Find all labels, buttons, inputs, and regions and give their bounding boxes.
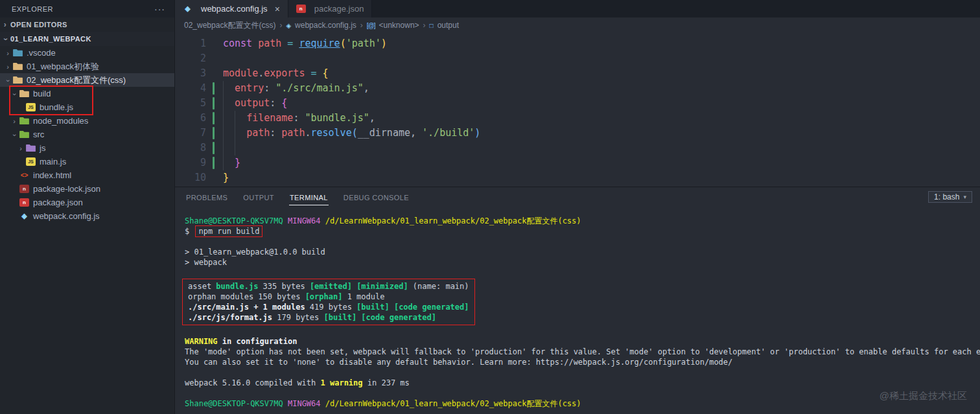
- tree-item-label: bundle.js: [40, 102, 73, 112]
- breadcrumb-item-symbol[interactable]: output: [438, 21, 459, 30]
- chevron-right-icon: ›: [9, 117, 19, 125]
- code-text: path: path.resolve(__dirname, './build'): [223, 126, 480, 141]
- tree-item-label: .vscode: [27, 48, 56, 58]
- code-line[interactable]: 10}: [175, 170, 980, 185]
- terminal-line: ./src/js/format.js 179 bytes [built] [co…: [188, 312, 469, 323]
- chevron-down-icon: ▾: [963, 194, 966, 200]
- tab-webpack-config-js[interactable]: ◈ webpack.config.js ×: [175, 0, 288, 17]
- close-icon[interactable]: ×: [275, 4, 280, 14]
- shell-selector-label: 1: bash: [934, 192, 959, 201]
- tab-label: package.json: [314, 4, 364, 14]
- breadcrumb-item-symbol[interactable]: <unknown>: [379, 21, 419, 30]
- tab-bar: ◈ webpack.config.js × n package.json: [175, 0, 980, 17]
- indent-guide: [223, 126, 235, 141]
- tree-item[interactable]: ›02_webpack配置文件(css): [0, 73, 174, 87]
- terminal-line: [185, 326, 980, 336]
- terminal-line: asset bundle.js 335 bytes [emitted] [min…: [188, 281, 469, 292]
- code-text: output: {: [223, 96, 287, 111]
- webpack-file-icon: ◈: [19, 212, 29, 220]
- tree-item[interactable]: ›build: [0, 87, 174, 100]
- tree-item[interactable]: <>index.html: [0, 168, 174, 182]
- tree-item[interactable]: ›src: [0, 128, 174, 141]
- folder-icon: [19, 89, 29, 98]
- tree-item[interactable]: ›node_modules: [0, 114, 174, 128]
- git-modified-indicator: [206, 96, 223, 111]
- tree-item[interactable]: ◈webpack.config.js: [0, 209, 174, 223]
- tree-item[interactable]: npackage-lock.json: [0, 182, 174, 196]
- breadcrumb: 02_webpack配置文件(css) › ◈ webpack.config.j…: [175, 17, 980, 33]
- folder-icon: [13, 62, 23, 71]
- tree-item[interactable]: JSmain.js: [0, 155, 174, 168]
- line-number: 8: [175, 141, 206, 155]
- line-number: 6: [175, 111, 206, 126]
- code-line[interactable]: 4 entry: "./src/main.js",: [175, 81, 980, 96]
- chevron-right-icon: ›: [3, 63, 13, 71]
- webpack-icon: ◈: [183, 5, 192, 13]
- terminal-content[interactable]: Shane@DESKTOP-QKSV7MQ MINGW64 /d/LearnWe…: [175, 207, 980, 414]
- folder-icon: [19, 130, 29, 139]
- code-line[interactable]: 5 output: {: [175, 96, 980, 111]
- terminal-line: [185, 268, 980, 278]
- code-line[interactable]: 1const path = require('path'): [175, 36, 980, 51]
- tree-item[interactable]: ›.vscode: [0, 46, 174, 60]
- tab-package-json[interactable]: n package.json: [288, 0, 373, 17]
- panel-tab-problems[interactable]: PROBLEMS: [185, 189, 228, 205]
- indent-guide: [223, 155, 235, 170]
- gutter-spacer: [206, 170, 223, 185]
- code-line[interactable]: 2: [175, 51, 980, 66]
- terminal-shell-selector[interactable]: 1: bash ▾: [928, 191, 972, 203]
- terminal-line: ./src/main.js + 1 modules 419 bytes [bui…: [188, 302, 469, 312]
- gutter-spacer: [206, 51, 223, 66]
- tree-item-label: js: [40, 143, 45, 153]
- tree-item[interactable]: JSbundle.js: [0, 100, 174, 114]
- gutter-spacer: [206, 66, 223, 81]
- vscode-window: EXPLORER ··· › OPEN EDITORS › 01_LEARN_W…: [0, 0, 980, 414]
- explorer-header: EXPLORER ···: [0, 0, 174, 17]
- line-number: 1: [175, 36, 206, 51]
- code-editor[interactable]: 1const path = require('path')23module.ex…: [175, 33, 980, 187]
- tree-item-label: webpack.config.js: [33, 211, 100, 221]
- html-file-icon: <>: [19, 171, 29, 179]
- code-line[interactable]: 7 path: path.resolve(__dirname, './build…: [175, 126, 980, 141]
- code-line[interactable]: 8: [175, 141, 980, 155]
- chevron-down-icon: ›: [11, 89, 19, 99]
- breadcrumb-item-file[interactable]: webpack.config.js: [295, 21, 356, 30]
- workspace-root-section[interactable]: › 01_LEARN_WEBPACK: [0, 32, 174, 46]
- symbol-object-icon: [@]: [367, 22, 375, 29]
- git-modified-indicator: [206, 141, 223, 155]
- tree-item-label: node_modules: [33, 116, 88, 126]
- webpack-file-icon: ◈: [286, 22, 291, 29]
- annotation-box-webpack-output: asset bundle.js 335 bytes [emitted] [min…: [182, 279, 475, 325]
- terminal-line: [185, 388, 980, 398]
- chevron-down-icon: ›: [1, 34, 10, 45]
- tree-item[interactable]: npackage.json: [0, 196, 174, 209]
- more-actions-icon[interactable]: ···: [154, 4, 165, 14]
- terminal-line: $ npm run build: [185, 226, 980, 236]
- breadcrumb-separator: ›: [279, 21, 282, 30]
- terminal-line: webpack 5.16.0 compiled with 1 warning i…: [185, 378, 980, 388]
- indent-guide: [223, 81, 235, 96]
- breadcrumb-item-folder[interactable]: 02_webpack配置文件(css): [184, 20, 275, 31]
- code-line[interactable]: 3module.exports = {: [175, 66, 980, 81]
- folder-icon: [26, 144, 36, 152]
- chevron-down-icon: ›: [11, 130, 19, 140]
- panel-tab-debug-console[interactable]: DEBUG CONSOLE: [343, 189, 410, 205]
- git-modified-indicator: [206, 111, 223, 126]
- open-editors-section[interactable]: › OPEN EDITORS: [0, 17, 174, 32]
- npm-file-icon: n: [19, 198, 29, 207]
- terminal-line: You can also set it to 'none' to disable…: [185, 357, 980, 367]
- folder-icon: [13, 76, 23, 84]
- line-number: 7: [175, 126, 206, 141]
- panel-tab-output[interactable]: OUTPUT: [242, 189, 275, 205]
- code-lines: 1const path = require('path')23module.ex…: [175, 36, 980, 185]
- terminal-line: > webpack: [185, 257, 980, 268]
- js-file-icon: JS: [26, 157, 36, 166]
- tree-item[interactable]: ›js: [0, 141, 174, 155]
- code-line[interactable]: 9 }: [175, 155, 980, 170]
- tab-label: webpack.config.js: [201, 4, 268, 14]
- tree-item-label: package-lock.json: [33, 184, 100, 194]
- tree-item[interactable]: ›01_webpack初体验: [0, 60, 174, 73]
- code-line[interactable]: 6 filename: "bundle.js",: [175, 111, 980, 126]
- indent-guide: [235, 111, 246, 126]
- panel-tab-terminal[interactable]: TERMINAL: [289, 189, 329, 205]
